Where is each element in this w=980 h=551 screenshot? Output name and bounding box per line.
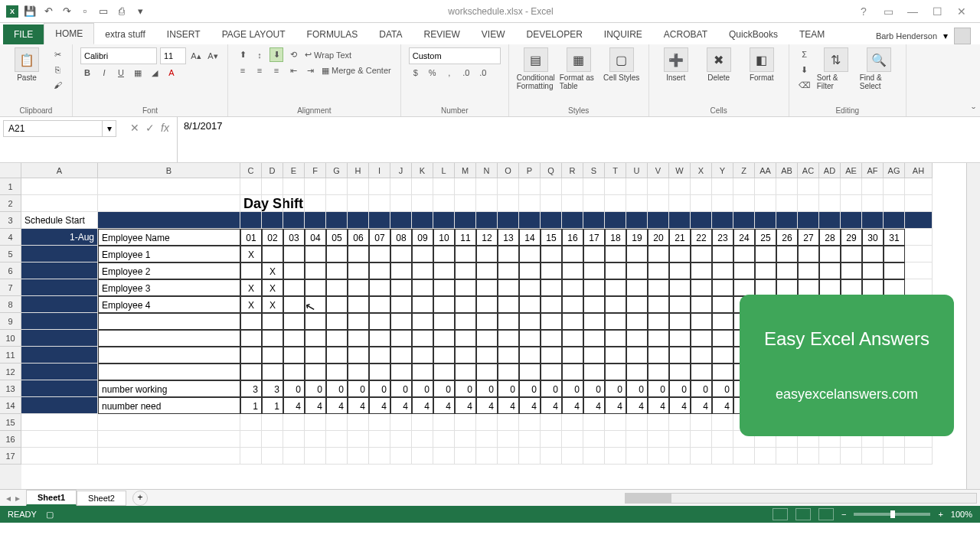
new-icon[interactable]: ▫ [78,5,92,18]
cancel-formula-icon[interactable]: ✕ [130,120,139,134]
fx-icon[interactable]: fx [161,120,169,134]
align-center-icon[interactable]: ≡ [253,64,266,77]
help-icon[interactable]: ? [854,5,873,18]
row-headers[interactable]: 1234567891011121314151617 [0,178,21,489]
maximize-icon[interactable]: ☐ [928,5,946,18]
add-sheet-button[interactable]: + [132,491,148,506]
orientation-icon[interactable]: ⟲ [286,48,300,62]
minimize-icon[interactable]: — [903,5,922,18]
sheet-tab-2[interactable]: Sheet2 [77,491,126,506]
decrease-font-icon[interactable]: A▾ [206,49,220,63]
tab-acrobat[interactable]: ACROBAT [653,24,718,44]
formula-input[interactable]: 8/1/2017 [177,117,980,162]
tab-team[interactable]: TEAM [789,24,835,44]
close-icon[interactable]: ✕ [952,5,971,18]
find-select-button[interactable]: 🔍Find & Select [860,47,898,90]
paste-button[interactable]: 📋 Paste [8,47,46,82]
redo-icon[interactable]: ↷ [60,5,74,18]
decrease-decimal-icon[interactable]: .0 [476,66,490,80]
font-color-icon[interactable]: A [165,66,178,80]
avatar[interactable] [954,28,971,44]
collapse-ribbon-icon[interactable]: ˇ [972,106,975,118]
undo-icon[interactable]: ↶ [41,5,55,18]
group-cells: Cells [657,105,781,115]
quick-print-icon[interactable]: ⎙ [115,5,129,18]
underline-button[interactable]: U [114,66,128,80]
user-name[interactable]: Barb Henderson [876,31,937,41]
decrease-indent-icon[interactable]: ⇤ [286,64,300,77]
tab-extra[interactable]: extra stuff [94,24,155,44]
name-box-input[interactable] [3,120,103,137]
autosum-icon[interactable]: Σ [797,47,812,61]
format-painter-icon[interactable]: 🖌 [51,78,64,92]
tab-file[interactable]: FILE [3,24,44,44]
align-bottom-icon[interactable]: ⬇ [270,47,283,62]
increase-decimal-icon[interactable]: .0 [459,66,473,80]
font-name-combo[interactable]: Calibri [80,47,157,64]
tab-developer[interactable]: DEVELOPER [515,24,593,44]
percent-icon[interactable]: % [426,66,439,80]
copy-icon[interactable]: ⎘ [51,63,64,77]
column-headers[interactable]: ABCDEFGHIJKLMNOPQRSTUVWXYZAAABACADAEAFAG… [21,163,933,178]
insert-cells-button[interactable]: ➕Insert [657,47,695,82]
align-right-icon[interactable]: ≡ [270,64,283,77]
format-as-table-button[interactable]: ▦Format as Table [560,47,598,90]
zoom-level[interactable]: 100% [951,510,972,519]
name-box-dropdown-icon[interactable]: ▾ [103,120,116,137]
sheet-nav-prev-icon[interactable]: ◂ [6,493,11,504]
open-icon[interactable]: ▭ [96,5,110,18]
save-icon[interactable]: 💾 [23,5,37,18]
delete-cells-button[interactable]: ✖Delete [700,47,738,82]
italic-button[interactable]: I [97,66,111,80]
ribbon-options-icon[interactable]: ▭ [879,5,897,18]
tab-quickbooks[interactable]: QuickBooks [718,24,789,44]
page-break-view-icon[interactable] [818,508,834,520]
tab-review[interactable]: REVIEW [413,24,470,44]
tab-page-layout[interactable]: PAGE LAYOUT [211,24,296,44]
bold-button[interactable]: B [80,66,94,80]
tab-data[interactable]: DATA [368,24,413,44]
align-left-icon[interactable]: ≡ [236,64,250,77]
select-all-button[interactable] [0,163,21,178]
tab-formulas[interactable]: FORMULAS [296,24,369,44]
align-middle-icon[interactable]: ↕ [253,48,266,62]
zoom-out-icon[interactable]: − [841,510,846,519]
comma-icon[interactable]: , [443,66,456,80]
font-size-combo[interactable]: 11 [160,47,186,64]
merge-center-button[interactable]: ▦ Merge & Center [320,64,393,77]
normal-view-icon[interactable] [773,508,788,520]
zoom-slider[interactable] [854,513,930,516]
increase-font-icon[interactable]: A▴ [189,49,203,63]
user-dropdown-icon[interactable]: ▾ [943,31,948,41]
currency-icon[interactable]: $ [409,66,423,80]
tab-view[interactable]: VIEW [471,24,516,44]
page-layout-view-icon[interactable] [795,508,811,520]
increase-indent-icon[interactable]: ⇥ [303,64,317,77]
conditional-formatting-button[interactable]: ▤Conditional Formatting [517,47,555,90]
enter-formula-icon[interactable]: ✓ [145,120,155,134]
borders-icon[interactable]: ▦ [131,66,145,80]
qat-dropdown-icon[interactable]: ▾ [133,5,147,18]
group-editing: Editing [797,105,898,115]
sort-filter-button[interactable]: ⇅Sort & Filter [817,47,855,90]
cell-styles-button[interactable]: ▢Cell Styles [603,47,641,82]
align-top-icon[interactable]: ⬆ [236,48,250,62]
zoom-in-icon[interactable]: + [938,510,942,519]
wrap-text-button[interactable]: ↩ Wrap Text [303,48,353,62]
fill-icon[interactable]: ⬇ [797,63,812,77]
horizontal-scrollbar[interactable] [625,493,977,504]
sheet-tab-1[interactable]: Sheet1 [26,490,77,506]
clear-icon[interactable]: ⌫ [797,78,812,92]
tab-home[interactable]: HOME [44,23,94,44]
watermark-overlay: Easy Excel Answers easyexcelanswers.com [740,295,954,436]
cut-icon[interactable]: ✂ [51,47,64,61]
tab-insert[interactable]: INSERT [156,24,211,44]
tab-inquire[interactable]: INQUIRE [593,24,653,44]
sheet-nav-next-icon[interactable]: ▸ [15,493,20,504]
fill-color-icon[interactable]: ◢ [148,66,162,80]
vertical-scrollbar[interactable] [966,163,980,489]
macro-record-icon[interactable]: ▢ [46,510,54,520]
title-bar: X 💾 ↶ ↷ ▫ ▭ ⎙ ▾ workschedule.xlsx - Exce… [0,0,980,23]
format-cells-button[interactable]: ◧Format [743,47,781,82]
number-format-combo[interactable]: Custom [409,47,501,64]
